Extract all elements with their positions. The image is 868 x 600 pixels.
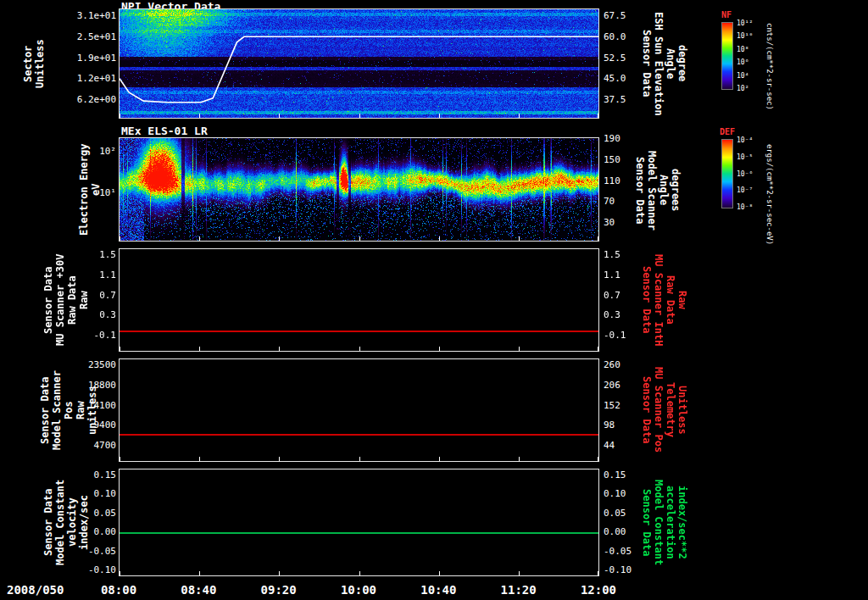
panel1-left-axis-label: Sector Unitless	[22, 8, 46, 119]
x-tick-mark	[199, 571, 200, 575]
y-tick-label: -0.1	[604, 330, 634, 341]
x-tick-mark	[439, 114, 440, 118]
y-tick-label: 1.5	[85, 249, 116, 260]
panel3-left-axis-label: Sensor Data MU Scanner +30V Raw Data Raw	[42, 248, 90, 352]
x-tick-label: 08:40	[177, 583, 220, 597]
x-tick-mark	[279, 114, 280, 118]
x-tick-mark	[120, 457, 120, 461]
x-axis-tick-labels: 08:0008:4009:2010:0010:4011:2012:00	[97, 583, 620, 597]
x-tick-mark	[439, 347, 440, 351]
y-tick-label: 60.0	[604, 31, 637, 42]
p4-data-line	[120, 434, 598, 436]
x-tick-mark	[120, 236, 120, 241]
y-tick-label: 52.5	[604, 53, 637, 64]
x-tick-label: 10:00	[337, 583, 380, 597]
x-tick-mark	[519, 114, 520, 118]
p5-data-line	[120, 532, 598, 534]
spectrogram-dashboard: NPI Vector Data Sector Unitless 3.1e+012…	[0, 0, 868, 600]
x-tick-label: 10:40	[417, 583, 459, 597]
x-tick-mark	[359, 114, 360, 118]
colorbar-tick-label: 10⁻⁶	[737, 170, 762, 178]
x-tick-mark	[279, 347, 280, 351]
x-tick-label: 12:00	[577, 583, 620, 597]
panel4-right-axis-label: Sensor Data MU Scanner Pos Telemetry Uni…	[641, 354, 688, 466]
y-tick-label: 1.1	[85, 269, 116, 281]
p3-data-line	[120, 331, 598, 332]
y-tick-label: 0.00	[81, 526, 116, 537]
els-spectrogram-panel	[119, 137, 599, 242]
panel5-left-ticks: 0.150.100.050.00-0.05-0.10	[81, 469, 116, 575]
y-tick-label: 1.5	[604, 249, 634, 260]
x-tick-mark	[439, 571, 440, 575]
y-tick-label: 10²	[88, 146, 116, 157]
npi-spectrogram-panel	[119, 8, 599, 119]
y-tick-label: -0.1	[85, 330, 116, 341]
x-tick-mark	[519, 457, 520, 461]
model-constant-velocity-panel	[119, 469, 599, 576]
x-tick-mark	[598, 114, 598, 118]
y-tick-label: 0.7	[604, 290, 634, 301]
y-tick-label: 0.15	[604, 469, 637, 481]
def-colorbar	[721, 139, 733, 208]
y-tick-label: -0.10	[81, 564, 116, 575]
y-tick-label: 14100	[78, 400, 116, 411]
y-tick-label: 4700	[78, 440, 116, 451]
x-tick-mark	[279, 457, 280, 461]
y-tick-label: 152	[604, 400, 634, 411]
x-tick-mark	[439, 457, 440, 461]
panel5-right-axis-label: Sensor Data Model Constant acceleration …	[641, 464, 688, 581]
nf-colorbar	[721, 22, 733, 90]
x-tick-mark	[439, 236, 440, 241]
x-tick-mark	[519, 571, 520, 575]
x-axis-date-label: 2008/050	[7, 583, 64, 597]
x-tick-mark	[199, 457, 200, 461]
panel4-right-ticks: 2602061529844	[604, 359, 634, 451]
nf-colorbar-unit-label: cnts/(cm**2-sr-sec)	[765, 7, 774, 125]
x-tick-label: 11:20	[498, 583, 540, 597]
panel5-right-ticks: 0.150.100.050.00-0.05-0.10	[604, 469, 637, 575]
x-tick-mark	[120, 114, 120, 118]
y-tick-label: 260	[604, 359, 634, 370]
y-tick-label: 0.05	[81, 508, 116, 519]
y-tick-label: 10¹	[88, 187, 116, 198]
y-tick-label: 0.10	[604, 488, 637, 499]
y-tick-label: 0.10	[81, 488, 116, 499]
y-tick-label: 0.05	[604, 508, 637, 519]
x-tick-mark	[359, 347, 360, 351]
npi-spectrogram-canvas	[120, 9, 598, 118]
colorbar-tick-label: 10⁶	[737, 58, 762, 66]
colorbar-tick-label: 10¹⁰	[737, 32, 762, 40]
def-colorbar-ticks: 10⁻⁴10⁻⁵10⁻⁶10⁻⁷10⁻⁸	[737, 136, 762, 211]
x-tick-mark	[598, 571, 598, 575]
x-tick-mark	[120, 347, 120, 351]
y-tick-label: 44	[604, 440, 634, 451]
y-tick-label: 1.1	[604, 269, 634, 281]
def-colorbar-unit-label: ergs/(cm**2-sr-sec-eV)	[765, 127, 774, 263]
colorbar-tick-label: 10⁸	[737, 46, 762, 53]
panel4-left-ticks: 23500188001410094004700	[78, 359, 116, 451]
y-tick-label: 206	[604, 380, 634, 391]
y-tick-label: 6.2e+00	[71, 94, 116, 105]
y-tick-label: 18800	[78, 380, 116, 391]
colorbar-tick-label: 10¹²	[737, 19, 762, 27]
y-tick-label: 9400	[78, 419, 116, 431]
x-tick-mark	[199, 114, 200, 118]
panel3-right-ticks: 1.51.10.70.3-0.1	[604, 249, 634, 341]
x-tick-mark	[598, 457, 598, 461]
mu-scanner-30v-panel	[119, 248, 599, 352]
panel3-right-axis-label: Sensor Data MU Scanner IntH Raw Data Raw	[641, 244, 688, 356]
y-tick-label: 30	[604, 217, 634, 228]
y-tick-label: 1.9e+01	[71, 53, 116, 64]
y-tick-label: 0.15	[81, 469, 116, 481]
colorbar-tick-label: 10⁴	[737, 72, 762, 80]
x-tick-mark	[519, 347, 520, 351]
y-tick-label: 23500	[78, 359, 116, 370]
x-tick-label: 09:20	[258, 583, 300, 597]
panel1-right-axis-label: Sensor Data ESH Sun Elevation Angle degr…	[641, 4, 688, 123]
colorbar-tick-label: 10⁻⁷	[737, 186, 762, 194]
panel2-right-ticks: 1901501107030	[604, 133, 634, 228]
nf-colorbar-title: NF	[721, 10, 732, 19]
def-colorbar-title: DEF	[720, 127, 735, 136]
panel3-left-ticks: 1.51.10.70.3-0.1	[85, 249, 116, 341]
y-tick-label: 98	[604, 419, 634, 431]
